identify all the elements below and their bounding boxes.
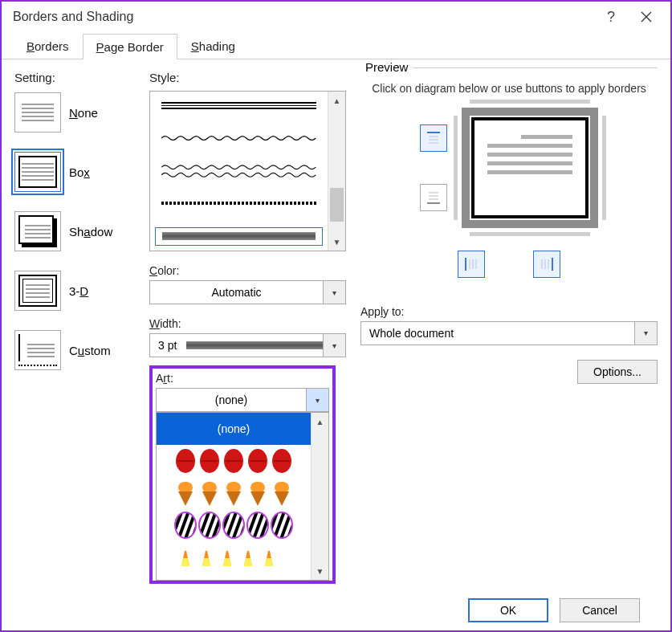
scroll-down-icon[interactable]: ▼: [312, 562, 328, 580]
scroll-down-icon[interactable]: ▼: [328, 233, 345, 251]
style-option-zigzag-double[interactable]: [155, 161, 323, 180]
svg-rect-8: [250, 482, 265, 493]
chevron-down-icon[interactable]: ▾: [324, 280, 346, 304]
setting-box[interactable]: Box: [14, 152, 143, 192]
svg-point-19: [225, 546, 230, 551]
color-value: Automatic: [149, 280, 324, 304]
ok-button[interactable]: OK: [468, 598, 548, 622]
scroll-up-icon[interactable]: ▲: [328, 92, 345, 109]
art-scrollbar[interactable]: ▲ ▼: [311, 413, 328, 580]
style-option-thick-gradient[interactable]: [155, 227, 323, 246]
svg-point-18: [204, 546, 209, 551]
setting-label: Setting:: [14, 71, 143, 84]
art-dropdown-list[interactable]: (none): [156, 412, 329, 581]
svg-rect-9: [275, 482, 289, 493]
svg-rect-29: [427, 202, 440, 204]
help-button[interactable]: ?: [593, 4, 629, 30]
scroll-thumb[interactable]: [330, 188, 344, 222]
style-scrollbar[interactable]: ▲ ▼: [328, 92, 345, 251]
svg-rect-7: [226, 482, 241, 493]
width-label: Width:: [149, 317, 346, 330]
width-dropdown[interactable]: 3 pt ▾: [149, 333, 346, 357]
art-option-zebra[interactable]: [157, 509, 311, 541]
art-option-none[interactable]: (none): [157, 413, 311, 445]
svg-point-15: [247, 512, 268, 538]
tab-bar: Borders Page Border Shading: [2, 32, 670, 59]
svg-point-12: [175, 512, 196, 538]
chevron-down-icon[interactable]: ▾: [635, 321, 658, 345]
setting-none[interactable]: None: [14, 92, 143, 133]
dialog-title: Borders and Shading: [13, 10, 133, 24]
applyto-dropdown[interactable]: Whole document ▾: [360, 321, 658, 345]
tab-page-border[interactable]: Page Border: [83, 34, 177, 59]
setting-custom[interactable]: Custom: [14, 330, 143, 370]
preview-hint: Click on diagram below or use buttons to…: [372, 81, 646, 96]
style-listbox[interactable]: ▲ ▼: [149, 91, 346, 251]
applyto-value: Whole document: [360, 321, 635, 345]
color-label: Color:: [149, 264, 346, 277]
svg-rect-30: [465, 258, 466, 271]
options-button[interactable]: Options...: [577, 360, 658, 384]
border-top-button[interactable]: [420, 124, 447, 152]
art-option-icecream[interactable]: [157, 477, 311, 509]
chevron-down-icon[interactable]: ▾: [307, 388, 329, 412]
style-option-dash-heavy[interactable]: [155, 194, 323, 213]
width-value: 3 pt: [158, 339, 177, 352]
art-label: Art:: [156, 372, 329, 385]
style-option-zigzag[interactable]: [155, 129, 323, 148]
svg-point-20: [246, 546, 250, 551]
setting-3d[interactable]: 3-D: [14, 271, 143, 311]
preview-label: Preview: [360, 60, 413, 74]
setting-shadow[interactable]: Shadow: [14, 211, 143, 251]
svg-rect-22: [427, 132, 440, 133]
svg-rect-5: [178, 482, 193, 493]
svg-point-14: [223, 512, 244, 538]
close-icon: [641, 11, 652, 22]
art-option-apples[interactable]: [157, 445, 311, 477]
svg-point-13: [199, 512, 220, 538]
width-sample-icon: [186, 341, 323, 349]
style-label: Style:: [149, 71, 346, 84]
border-right-button[interactable]: [533, 251, 560, 278]
scroll-up-icon[interactable]: ▲: [312, 413, 328, 430]
art-option-candy-corn[interactable]: [157, 541, 311, 573]
svg-point-16: [271, 512, 292, 538]
chevron-down-icon[interactable]: ▾: [324, 333, 346, 357]
art-value: (none): [156, 388, 307, 412]
preview-diagram[interactable]: [462, 108, 598, 228]
color-dropdown[interactable]: Automatic ▾: [149, 280, 346, 304]
cancel-button[interactable]: Cancel: [560, 598, 640, 622]
art-dropdown[interactable]: (none) ▾: [156, 388, 329, 412]
border-left-button[interactable]: [458, 251, 485, 278]
svg-rect-6: [202, 482, 217, 493]
svg-point-17: [183, 546, 188, 551]
applyto-label: Apply to:: [360, 305, 658, 318]
tab-shading[interactable]: Shading: [177, 33, 249, 59]
style-option-triple-line[interactable]: [155, 96, 323, 115]
tab-borders[interactable]: Borders: [13, 33, 83, 59]
svg-rect-37: [552, 258, 553, 271]
svg-point-21: [267, 546, 271, 551]
border-bottom-button[interactable]: [420, 184, 447, 211]
close-button[interactable]: [629, 4, 664, 30]
